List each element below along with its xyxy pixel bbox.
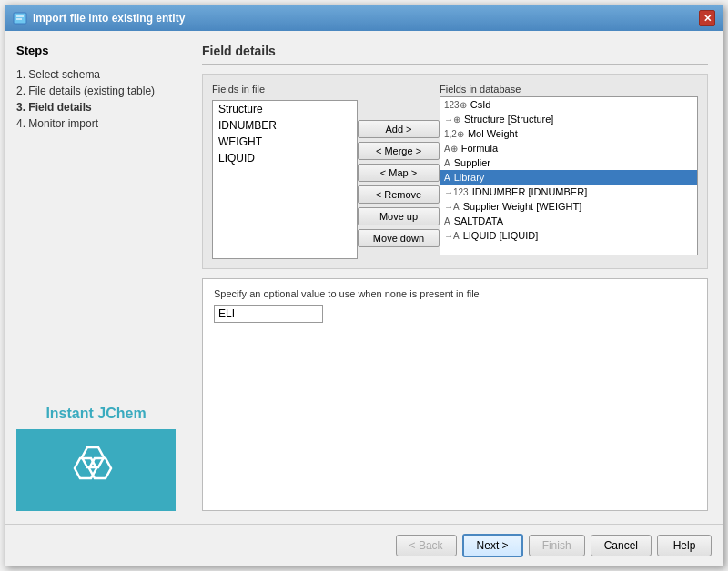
db-item-label: LIQUID [LIQUID]: [463, 230, 539, 241]
db-list[interactable]: 123⊕ CsId →⊕ Structure [Structure] 1,2⊕ …: [440, 96, 698, 255]
action-buttons: Add > < Merge > < Map > < Remove Move up…: [358, 100, 440, 247]
finish-button[interactable]: Finish: [529, 535, 585, 556]
content-area: Steps 1. Select schema 2. File details (…: [5, 31, 723, 524]
section-title: Field details: [202, 44, 708, 65]
step-3: 3. Field details: [16, 99, 176, 115]
db-item-icon-selected: A: [444, 173, 450, 183]
brand-name: Instant JChem: [16, 406, 176, 422]
fields-in-file-list[interactable]: Structure IDNUMBER WEIGHT LIQUID: [212, 100, 358, 259]
optional-input[interactable]: [214, 305, 323, 323]
db-item-label: CsId: [470, 99, 491, 110]
db-item-icon: →A: [444, 202, 460, 212]
sidebar: Steps 1. Select schema 2. File details (…: [5, 31, 187, 524]
fields-in-file-label: Fields in file: [212, 84, 358, 95]
optional-label: Specify an optional value to use when no…: [214, 288, 696, 299]
step-4: 4. Monitor import: [16, 115, 176, 132]
map-button[interactable]: < Map >: [358, 164, 440, 182]
sidebar-bottom: Instant JChem: [16, 406, 176, 511]
db-item[interactable]: 123⊕ CsId: [440, 97, 697, 112]
list-item[interactable]: IDNUMBER: [213, 117, 357, 134]
db-item-label: Structure [Structure]: [464, 114, 553, 125]
db-item[interactable]: →123 IDNUMBER [IDNUMBER]: [440, 185, 697, 199]
merge-button[interactable]: < Merge >: [358, 142, 440, 160]
list-item[interactable]: Structure: [213, 101, 357, 117]
list-item[interactable]: WEIGHT: [213, 134, 357, 150]
svg-rect-0: [14, 13, 26, 24]
fields-container: Fields in file Structure IDNUMBER WEIGHT…: [202, 74, 708, 269]
dialog: Import file into existing entity ✕ Steps…: [5, 5, 723, 566]
db-item-label: Supplier: [454, 157, 490, 168]
fields-row: Fields in file Structure IDNUMBER WEIGHT…: [212, 84, 698, 259]
main-content: Field details Fields in file Structure I…: [187, 31, 723, 524]
brand-logo: [16, 429, 176, 511]
step-2-label: File details (existing table): [28, 85, 155, 97]
db-item[interactable]: A⊕ Formula: [440, 141, 697, 155]
move-down-button[interactable]: Move down: [358, 229, 440, 247]
next-button[interactable]: Next >: [462, 534, 523, 557]
help-button[interactable]: Help: [657, 535, 712, 556]
db-item-icon: →⊕: [444, 115, 460, 125]
db-item[interactable]: →⊕ Structure [Structure]: [440, 112, 697, 126]
list-item[interactable]: LIQUID: [213, 150, 357, 166]
db-item[interactable]: 1,2⊕ Mol Weight: [440, 126, 697, 141]
step-4-label: Monitor import: [28, 117, 98, 130]
db-item-label-selected: Library: [454, 172, 485, 183]
db-item-label: Mol Weight: [468, 128, 518, 139]
db-item-icon: A⊕: [444, 144, 458, 154]
dialog-icon: [13, 11, 27, 25]
remove-button[interactable]: < Remove: [358, 185, 440, 204]
step-1: 1. Select schema: [16, 66, 176, 83]
fields-in-db-label: Fields in database: [440, 84, 698, 95]
step-2: 2. File details (existing table): [16, 83, 176, 99]
title-bar: Import file into existing entity ✕: [5, 5, 723, 31]
db-item-icon: A: [444, 216, 450, 226]
footer: < Back Next > Finish Cancel Help: [5, 524, 723, 566]
db-item-label: SALTDATA: [454, 215, 503, 226]
fields-in-file-panel: Fields in file Structure IDNUMBER WEIGHT…: [212, 84, 358, 259]
title-bar-left: Import file into existing entity: [13, 11, 185, 25]
db-item[interactable]: A SALTDATA: [440, 214, 697, 228]
db-item-icon: →A: [444, 231, 460, 241]
db-item-label: Supplier Weight [WEIGHT]: [463, 201, 582, 212]
steps-title: Steps: [16, 44, 176, 57]
db-item-icon: 1,2⊕: [444, 129, 464, 139]
db-item-icon: →123: [444, 187, 469, 197]
step-4-num: 4.: [16, 117, 28, 130]
steps-list: 1. Select schema 2. File details (existi…: [16, 66, 176, 132]
step-1-num: 1.: [16, 68, 28, 81]
db-item-selected[interactable]: A Library: [440, 170, 697, 185]
db-item-label: Formula: [461, 143, 498, 154]
dialog-title: Import file into existing entity: [33, 12, 185, 25]
optional-section: Specify an optional value to use when no…: [202, 278, 708, 511]
db-item[interactable]: A Supplier: [440, 155, 697, 170]
db-item[interactable]: →A Supplier Weight [WEIGHT]: [440, 199, 697, 214]
move-up-button[interactable]: Move up: [358, 207, 440, 225]
back-button[interactable]: < Back: [396, 535, 457, 556]
db-item-icon: 123⊕: [444, 100, 467, 110]
step-3-num: 3.: [16, 101, 28, 114]
db-list-container: 123⊕ CsId →⊕ Structure [Structure] 1,2⊕ …: [440, 96, 698, 255]
step-3-label: Field details: [28, 101, 91, 114]
db-item-icon: A: [444, 158, 450, 168]
db-item[interactable]: →A LIQUID [LIQUID]: [440, 228, 697, 243]
close-button[interactable]: ✕: [699, 10, 715, 26]
add-button[interactable]: Add >: [358, 120, 440, 138]
step-1-label: Select schema: [28, 68, 100, 81]
db-item-label: IDNUMBER [IDNUMBER]: [472, 186, 588, 197]
cancel-button[interactable]: Cancel: [591, 535, 652, 556]
brand-hexagon-icon: [69, 442, 124, 499]
step-2-num: 2.: [16, 85, 28, 97]
fields-in-db-panel: Fields in database 123⊕ CsId →⊕ Structur…: [440, 84, 698, 255]
